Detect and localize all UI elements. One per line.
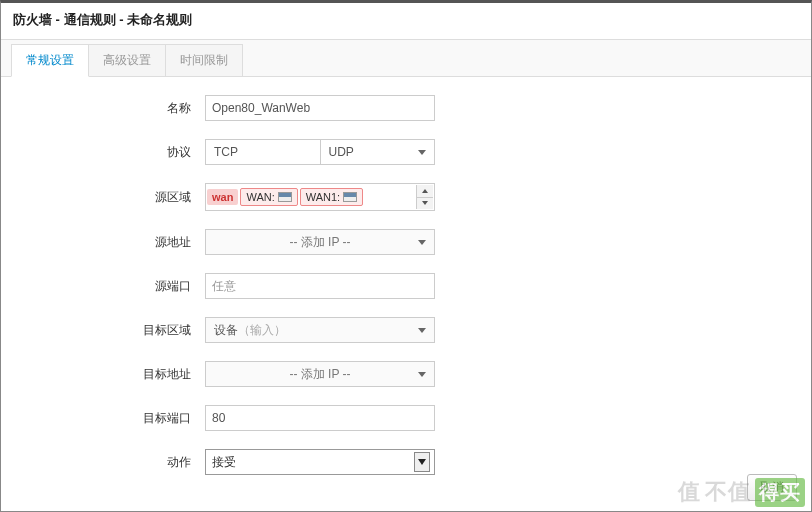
label-action: 动作 xyxy=(1,454,205,471)
src-port-input[interactable] xyxy=(205,273,435,299)
zone-group-tag: wan xyxy=(207,189,238,205)
label-src-port: 源端口 xyxy=(1,278,205,295)
cancel-button[interactable]: 取消 xyxy=(747,474,797,501)
chevron-down-icon xyxy=(418,240,426,245)
tab-time[interactable]: 时间限制 xyxy=(165,44,243,76)
spinner-down[interactable] xyxy=(417,197,433,210)
interface-icon xyxy=(343,192,357,202)
protocol-select[interactable]: TCP UDP xyxy=(205,139,435,165)
src-addr-select[interactable]: -- 添加 IP -- xyxy=(205,229,435,255)
zone-spinner[interactable] xyxy=(416,185,433,209)
chevron-down-icon xyxy=(418,459,426,465)
dialog-title: 防火墙 - 通信规则 - 未命名规则 xyxy=(1,3,811,40)
tab-bar: 常规设置 高级设置 时间限制 xyxy=(1,40,811,77)
protocol-main: TCP xyxy=(214,140,238,164)
src-zone-select[interactable]: wan WAN: WAN1: xyxy=(205,183,435,211)
label-protocol: 协议 xyxy=(1,144,205,161)
action-select[interactable]: 接受 xyxy=(205,449,435,475)
label-dst-port: 目标端口 xyxy=(1,410,205,427)
chevron-down-icon xyxy=(418,328,426,333)
chevron-up-icon xyxy=(422,189,428,193)
select-handle xyxy=(414,452,430,472)
spinner-up[interactable] xyxy=(417,185,433,197)
form: 名称 协议 TCP UDP 源区域 wan WAN: WAN1: xyxy=(1,77,811,475)
label-dst-addr: 目标地址 xyxy=(1,366,205,383)
dst-port-input[interactable] xyxy=(205,405,435,431)
protocol-alt: UDP xyxy=(329,140,354,164)
label-src-zone: 源区域 xyxy=(1,189,205,206)
label-name: 名称 xyxy=(1,100,205,117)
label-src-addr: 源地址 xyxy=(1,234,205,251)
dialog-footer: 取消 xyxy=(747,474,797,501)
tab-general[interactable]: 常规设置 xyxy=(11,44,89,77)
zone-tag: WAN: xyxy=(240,188,297,206)
tab-advanced[interactable]: 高级设置 xyxy=(88,44,166,76)
chevron-down-icon xyxy=(418,372,426,377)
interface-icon xyxy=(278,192,292,202)
name-input[interactable] xyxy=(205,95,435,121)
dst-zone-select[interactable]: 设备（输入） xyxy=(205,317,435,343)
dialog-window: 防火墙 - 通信规则 - 未命名规则 常规设置 高级设置 时间限制 名称 协议 … xyxy=(0,0,812,512)
chevron-down-icon xyxy=(418,150,426,155)
chevron-down-icon xyxy=(422,201,428,205)
zone-tag: WAN1: xyxy=(300,188,363,206)
label-dst-zone: 目标区域 xyxy=(1,322,205,339)
dst-addr-select[interactable]: -- 添加 IP -- xyxy=(205,361,435,387)
